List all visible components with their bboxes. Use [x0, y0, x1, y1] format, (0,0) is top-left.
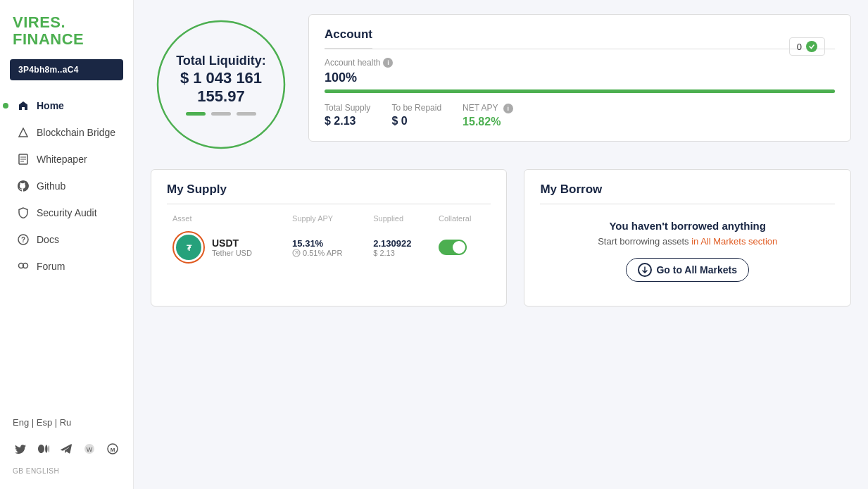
sidebar-item-github[interactable]: Github	[4, 173, 129, 199]
svg-text:M: M	[110, 447, 115, 453]
apy-sub-icon	[292, 249, 301, 257]
carousel-dots	[158, 112, 284, 116]
sidebar-item-whitepaper-label: Whitepaper	[37, 154, 87, 165]
col-supplied: Supplied	[367, 211, 433, 225]
borrow-empty: You haven't borrowed anything Start borr…	[540, 209, 835, 293]
lang-row[interactable]: Eng | Esp | Ru	[0, 410, 133, 435]
supply-card: My Supply Asset Supply APY Supplied Coll…	[151, 169, 507, 307]
borrow-card: My Borrow You haven't borrowed anything …	[524, 169, 851, 307]
shield-icon	[17, 206, 30, 219]
apy-value: 15.31%	[292, 238, 362, 249]
collateral-toggle[interactable]	[439, 240, 467, 255]
sidebar-item-bridge-label: Blockchain Bridge	[37, 127, 115, 138]
telegram-icon[interactable]	[58, 440, 75, 457]
health-fill	[325, 89, 835, 93]
usdt-icon: ₮	[176, 235, 201, 260]
to-be-repaid-stat: To be Repaid $ 0	[391, 103, 441, 128]
github-icon	[17, 180, 30, 192]
total-supply-value: $ 2.13	[325, 115, 370, 128]
waves-icon[interactable]: W	[82, 440, 98, 457]
usdt-highlight: ₮	[172, 231, 205, 264]
svg-text:₮: ₮	[187, 244, 192, 252]
net-apy-value: 15.82%	[463, 116, 513, 128]
svg-text:?: ?	[21, 236, 25, 244]
sidebar-item-home[interactable]: Home	[4, 93, 129, 118]
sidebar-item-whitepaper[interactable]: Whitepaper	[4, 147, 129, 172]
col-collateral: Collateral	[433, 211, 491, 225]
go-markets-icon	[638, 263, 652, 277]
to-be-repaid-value: $ 0	[391, 115, 441, 128]
svg-marker-0	[19, 128, 27, 137]
lang-options: Eng | Esp | Ru	[13, 417, 71, 428]
health-info-icon[interactable]: i	[383, 58, 393, 68]
supplied-cell: 2.130922 $ 2.13	[367, 225, 433, 269]
go-markets-button[interactable]: Go to All Markets	[626, 258, 749, 282]
bottom-row: My Supply Asset Supply APY Supplied Coll…	[151, 169, 851, 307]
sidebar-item-audit-label: Security Audit	[37, 207, 97, 218]
supplied-usd: $ 2.13	[373, 249, 427, 257]
health-bar	[325, 89, 835, 93]
carousel-dot-1[interactable]	[186, 112, 206, 116]
apy-sub-text: 0.51% APR	[303, 249, 342, 257]
sidebar: VIRES. FINANCE 3P4bh8m..aC4 Home Blockch…	[0, 0, 134, 489]
net-apy-stat: NET APY i 15.82%	[463, 103, 513, 128]
asset-name: USDT	[212, 237, 252, 249]
col-asset: Asset	[167, 211, 287, 225]
sidebar-item-bridge[interactable]: Blockchain Bridge	[4, 120, 129, 145]
top-row: Total Liquidity: $ 1 043 161 155.97 Acco…	[151, 14, 851, 155]
sidebar-item-audit[interactable]: Security Audit	[4, 200, 129, 225]
to-be-repaid-label: To be Repaid	[391, 103, 441, 113]
borrow-title: My Borrow	[540, 182, 602, 196]
wallet-address: 3P4bh8m..aC4	[18, 65, 79, 75]
account-card: Account 0 Account health i 100%	[308, 14, 851, 142]
account-badge[interactable]: 0	[789, 37, 825, 56]
total-supply-stat: Total Supply $ 2.13	[325, 103, 370, 128]
svg-text:W: W	[87, 446, 93, 453]
sidebar-item-home-label: Home	[37, 100, 64, 111]
sidebar-item-docs[interactable]: ? Docs	[4, 227, 129, 252]
supply-title: My Supply	[167, 182, 227, 196]
go-markets-label: Go to All Markets	[656, 264, 737, 276]
liquidity-text: Total Liquidity: $ 1 043 161 155.97	[151, 47, 291, 122]
wallet-badge[interactable]: 3P4bh8m..aC4	[10, 59, 123, 80]
sidebar-item-forum-label: Forum	[37, 261, 65, 272]
net-apy-info-icon[interactable]: i	[503, 104, 513, 113]
col-supply-apy: Supply APY	[287, 211, 367, 225]
logo: VIRES. FINANCE	[0, 14, 133, 59]
twitter-icon[interactable]	[13, 440, 29, 457]
nav-items: Home Blockchain Bridge Whitepaper	[0, 93, 133, 410]
supply-table-header: Asset Supply APY Supplied Collateral	[167, 211, 491, 225]
account-stats: Total Supply $ 2.13 To be Repaid $ 0 NET…	[325, 103, 835, 128]
borrow-empty-sub: Start borrowing assets in All Markets se…	[598, 236, 777, 247]
health-label: Account health i	[325, 58, 835, 68]
liquidity-section: Total Liquidity: $ 1 043 161 155.97	[151, 14, 291, 155]
carousel-dot-3[interactable]	[237, 112, 256, 116]
total-supply-label: Total Supply	[325, 103, 370, 113]
asset-cell: ₮ USDT Tether USD	[167, 225, 287, 269]
supply-table: Asset Supply APY Supplied Collateral	[167, 211, 491, 269]
collateral-cell	[433, 225, 491, 269]
table-row: ₮ USDT Tether USD	[167, 225, 491, 269]
borrow-empty-title: You haven't borrowed anything	[609, 220, 765, 232]
home-icon	[17, 99, 30, 112]
all-markets-link[interactable]: in All Markets section	[691, 236, 777, 247]
liquidity-label: Total Liquidity:	[158, 54, 284, 69]
asset-subname: Tether USD	[212, 249, 252, 257]
social-row: W M	[0, 435, 133, 463]
toggle-knob	[453, 241, 465, 254]
sidebar-item-forum[interactable]: Forum	[4, 254, 129, 279]
carousel-dot-2[interactable]	[211, 112, 231, 116]
health-label-text: Account health	[325, 58, 380, 68]
account-badge-number: 0	[797, 42, 802, 52]
net-apy-label: NET APY i	[463, 103, 513, 113]
main-content: Total Liquidity: $ 1 043 161 155.97 Acco…	[134, 0, 868, 489]
health-value: 100%	[325, 70, 835, 85]
asset-info: USDT Tether USD	[212, 237, 252, 257]
medium-icon[interactable]	[36, 440, 52, 457]
coinmarketcap-icon[interactable]: M	[104, 440, 120, 457]
account-title: Account	[325, 27, 372, 49]
account-verified-icon	[806, 41, 817, 52]
whitepaper-icon	[17, 153, 30, 166]
locale-label: GB English	[0, 463, 133, 482]
supply-apy-cell: 15.31% 0.51% APR	[287, 225, 367, 269]
